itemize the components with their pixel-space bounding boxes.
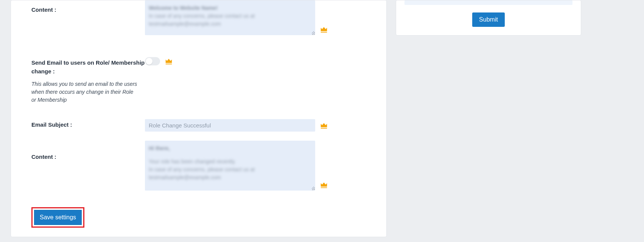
crown-col-1	[315, 25, 330, 34]
crown-col-2	[315, 121, 330, 130]
content-field-2: Hi there, Your role has been changed rec…	[145, 141, 315, 191]
email-subject-field-col	[145, 119, 315, 132]
save-highlight-box: Save settings	[31, 207, 84, 228]
email-subject-row: Email Subject :	[31, 119, 375, 132]
content-textarea-2[interactable]: Hi there, Your role has been changed rec…	[145, 141, 315, 191]
role-change-label-col: Send Email to users on Role/ Membership …	[31, 57, 145, 104]
content-textarea-1[interactable]: Welcome to Website Name! In case of any …	[145, 0, 315, 35]
crown-icon	[320, 121, 328, 130]
crown-icon	[320, 25, 328, 34]
crown-icon	[320, 181, 328, 189]
content-label-1: Content :	[31, 6, 145, 14]
content-label-col-2: Content :	[31, 141, 145, 161]
save-settings-button[interactable]: Save settings	[34, 210, 82, 225]
email-subject-label: Email Subject :	[31, 121, 145, 129]
side-card: Submit	[396, 0, 581, 36]
toggle-knob	[146, 58, 152, 65]
content-label-2: Content :	[31, 153, 145, 161]
email-subject-input[interactable]	[145, 119, 315, 132]
role-change-toggle-label: Send Email to users on Role/ Membership …	[31, 59, 145, 76]
crown-col-3	[315, 181, 330, 189]
content-label-col-1: Content :	[31, 0, 145, 14]
settings-card: Content : Welcome to Website Name! In ca…	[11, 0, 387, 237]
role-change-toggle[interactable]	[145, 57, 160, 65]
email-subject-label-col: Email Subject :	[31, 119, 145, 129]
content-row-1: Content : Welcome to Website Name! In ca…	[31, 0, 375, 35]
content-row-2: Content : Hi there, Your role has been c…	[31, 141, 375, 191]
role-change-toggle-desc: This allows you to send an email to the …	[31, 80, 137, 104]
role-change-toggle-field	[145, 57, 315, 65]
side-blank-area	[404, 0, 572, 5]
role-change-toggle-row: Send Email to users on Role/ Membership …	[31, 57, 375, 104]
crown-icon	[165, 57, 173, 65]
content-field-1: Welcome to Website Name! In case of any …	[145, 0, 315, 35]
submit-button[interactable]: Submit	[472, 12, 505, 27]
